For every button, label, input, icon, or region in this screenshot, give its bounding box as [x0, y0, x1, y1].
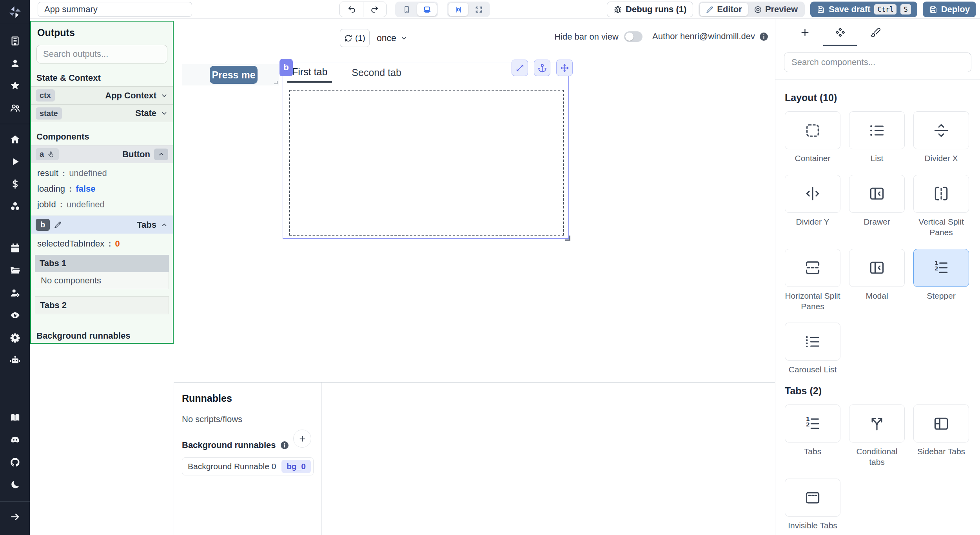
resize-handle[interactable] [274, 81, 278, 84]
component-card-box[interactable] [913, 404, 969, 443]
sidebar-item-boxes[interactable] [0, 195, 30, 218]
sidebar-item-discord[interactable] [0, 429, 30, 451]
component-card-container[interactable]: Container [785, 111, 840, 164]
move-component-button[interactable] [556, 60, 573, 76]
component-card-horizontal-split-panes[interactable]: Horizontal Split Panes [785, 249, 840, 312]
tabs-1-section[interactable]: Tabs 1 [35, 255, 169, 272]
component-card-box[interactable] [849, 404, 905, 443]
component-card-box[interactable] [785, 323, 840, 361]
full-width-button[interactable] [469, 3, 488, 16]
hide-bar-toggle[interactable] [624, 31, 642, 42]
component-card-box[interactable]: 12 [913, 249, 969, 287]
state-context-heading: State & Context [36, 73, 167, 83]
sidebar-item-gear[interactable] [0, 326, 30, 349]
sidebar-item-folder[interactable] [0, 259, 30, 282]
component-card-box[interactable] [849, 111, 905, 149]
undo-button[interactable] [340, 2, 363, 17]
info-icon[interactable] [759, 32, 769, 42]
component-card-conditional-tabs[interactable]: Conditional tabs [849, 404, 905, 468]
resize-handle[interactable] [565, 236, 570, 241]
component-card-box[interactable] [913, 175, 969, 213]
sidebar-item-eye[interactable] [0, 304, 30, 326]
component-card-drawer[interactable]: Drawer [849, 175, 905, 238]
save-draft-button[interactable]: Save draft Ctrl S [810, 2, 917, 17]
state-output-row[interactable]: state State [31, 104, 173, 122]
component-card-box[interactable] [849, 175, 905, 213]
components-search-input[interactable] [784, 53, 971, 72]
tab-first[interactable]: First tab [287, 62, 332, 83]
sidebar-item-play[interactable] [0, 151, 30, 173]
outputs-search-input[interactable] [36, 45, 167, 63]
component-b-row[interactable]: b Tabs [31, 216, 173, 234]
laptop-icon [423, 5, 431, 14]
sidebar-item-book[interactable] [0, 406, 30, 429]
sidebar-item-calendar[interactable] [0, 237, 30, 259]
component-card-box[interactable] [785, 175, 840, 213]
component-card-modal[interactable]: Modal [849, 249, 905, 312]
sidebar-item-arrow-right[interactable] [0, 506, 30, 528]
sidebar-item-building[interactable] [0, 30, 30, 52]
app-summary-input[interactable] [38, 2, 192, 17]
schedule-select[interactable]: once [377, 29, 408, 47]
sidebar-item-robot[interactable] [0, 349, 30, 371]
component-card-list[interactable]: List [849, 111, 905, 164]
debug-runs-button[interactable]: Debug runs (1) [607, 2, 693, 17]
component-card-carousel-list[interactable]: Carousel List [785, 323, 840, 375]
chevron-down-icon[interactable] [160, 92, 168, 100]
state-label: State [135, 108, 156, 118]
component-card-divider-x[interactable]: Divider X [913, 111, 969, 164]
component-card-box[interactable] [785, 111, 840, 149]
refresh-button[interactable]: (1) [340, 29, 370, 47]
redo-button[interactable] [363, 2, 386, 17]
ctx-output-row[interactable]: ctx App Context [31, 86, 173, 104]
sidebar-item-user-cog[interactable] [0, 282, 30, 304]
collapse-a-button[interactable] [154, 149, 168, 160]
chevron-up-icon[interactable] [160, 221, 168, 229]
component-card-box[interactable] [785, 479, 840, 517]
windmill-logo[interactable] [0, 0, 30, 24]
component-card-box[interactable] [913, 111, 969, 149]
component-card-stepper[interactable]: 12Stepper [913, 249, 969, 312]
anchor-component-button[interactable] [534, 60, 550, 76]
deploy-button[interactable]: Deploy [923, 2, 976, 17]
tab-second[interactable]: Second tab [347, 62, 406, 83]
press-me-button[interactable]: Press me [210, 66, 258, 84]
editor-tab[interactable]: Editor [700, 3, 748, 16]
desktop-view-button[interactable] [417, 3, 437, 16]
center-layout-button[interactable] [448, 3, 468, 16]
sidebar-item-dollar[interactable] [0, 173, 30, 195]
sidebar-item-user[interactable] [0, 52, 30, 74]
refresh-icon [344, 34, 352, 42]
sidebar-item-github[interactable] [0, 451, 30, 473]
component-card-box[interactable]: 12 [785, 404, 840, 443]
insert-tab[interactable] [787, 19, 822, 46]
tab-content-dropzone[interactable] [289, 90, 564, 236]
runnables-title: Runnables [182, 393, 314, 404]
component-a-row[interactable]: a Button [31, 145, 173, 163]
sidebar-item-star[interactable] [0, 74, 30, 97]
mobile-view-button[interactable] [397, 3, 416, 16]
component-card-vertical-split-panes[interactable]: Vertical Split Panes [913, 175, 969, 238]
tabs-component-selected[interactable]: b First tab Second tab [283, 62, 569, 239]
sidebar-group-1 [0, 124, 30, 218]
sidebar-item-moon[interactable] [0, 473, 30, 496]
button-component-cell[interactable]: Press me [182, 64, 279, 85]
pencil-icon[interactable] [54, 221, 62, 229]
preview-tab[interactable]: Preview [748, 3, 804, 16]
components-tab[interactable] [822, 19, 858, 46]
component-card-box[interactable] [849, 249, 905, 287]
styling-tab[interactable] [858, 19, 893, 46]
background-runnable-row[interactable]: Background Runnable 0 bg_0 [182, 457, 314, 475]
chevron-down-icon[interactable] [160, 109, 168, 117]
tabs-2-section[interactable]: Tabs 2 [35, 296, 169, 314]
expand-component-button[interactable] [512, 60, 528, 76]
sidebar-item-home[interactable] [0, 128, 30, 151]
component-card-box[interactable] [785, 249, 840, 287]
component-card-divider-y[interactable]: Divider Y [785, 175, 840, 238]
add-background-runnable-button[interactable] [293, 430, 311, 448]
component-card-sidebar-tabs[interactable]: Sidebar Tabs [913, 404, 969, 468]
sidebar-item-users[interactable] [0, 97, 30, 119]
info-icon[interactable] [280, 441, 289, 450]
component-card-tabs[interactable]: 12Tabs [785, 404, 840, 468]
component-card-invisible-tabs[interactable]: Invisible Tabs [785, 479, 840, 531]
